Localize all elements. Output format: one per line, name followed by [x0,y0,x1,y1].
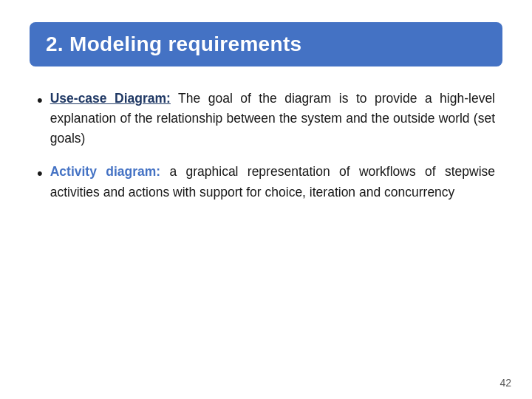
bullet-content-activity: Activity diagram: a graphical representa… [50,162,495,202]
bullet-item-activity: • Activity diagram: a graphical represen… [37,162,495,202]
bullet-item-usecase: • Use-case Diagram: The goal of the diag… [37,89,495,149]
slide-container: 2. Modeling requirements • Use-case Diag… [0,0,532,399]
bullet-dot-2: • [37,161,43,186]
term-usecase: Use-case Diagram: [50,91,171,106]
slide-title: 2. Modeling requirements [46,33,301,55]
term-activity: Activity diagram: [50,164,160,179]
title-box: 2. Modeling requirements [30,22,502,66]
bullet-dot-1: • [37,88,43,113]
content-area: • Use-case Diagram: The goal of the diag… [30,81,502,377]
bullet-content-usecase: Use-case Diagram: The goal of the diagra… [50,89,495,149]
page-number: 42 [499,377,511,389]
